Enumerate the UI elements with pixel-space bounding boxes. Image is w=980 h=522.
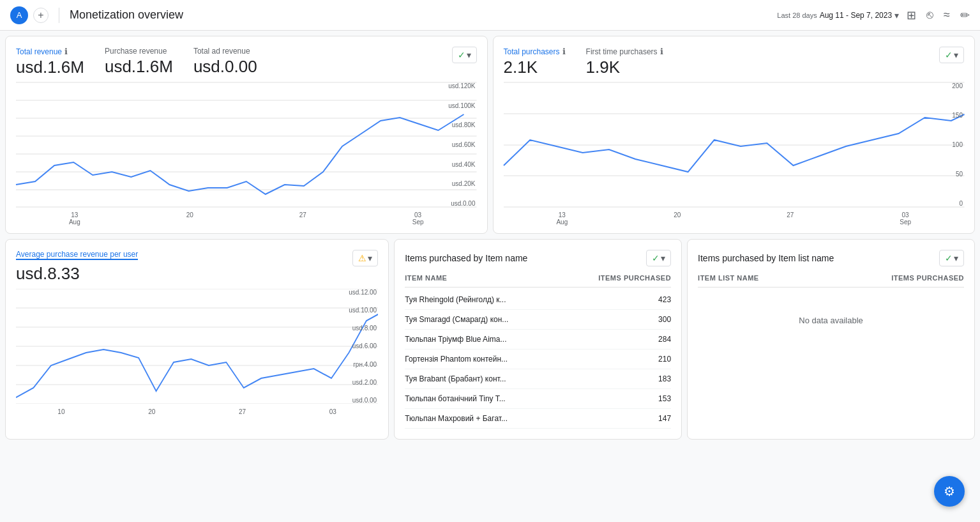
row-item-name: Гортензія Phantom контейн... bbox=[405, 355, 658, 364]
dropdown-icon-4: ▾ bbox=[661, 253, 665, 263]
avg-card-actions: ⚠ ▾ bbox=[352, 250, 378, 266]
row-item-name: Тюльпан Тріумф Blue Aima... bbox=[405, 335, 658, 344]
avatar[interactable]: A bbox=[10, 6, 28, 24]
rev-y-label-0: usd.120K bbox=[448, 82, 475, 89]
table-row: Туя Brabant (Брабант) конт... 183 bbox=[405, 369, 671, 389]
date-prefix: Last 28 days bbox=[777, 12, 817, 19]
purch-y-label-4: 0 bbox=[952, 200, 963, 207]
purch-x-label-3: 03 Sep bbox=[900, 211, 911, 226]
revenue-check-button[interactable]: ✓ ▾ bbox=[452, 47, 477, 63]
date-range[interactable]: Last 28 days Aug 11 - Sep 7, 2023 ▾ bbox=[777, 10, 899, 20]
ad-revenue-metric: Total ad revenue usd.0.00 bbox=[193, 47, 257, 77]
avg-y-label-1: usd.10.00 bbox=[349, 307, 377, 314]
total-purchasers-info-icon[interactable]: ℹ bbox=[562, 47, 566, 56]
avg-y-label-0: usd.12.00 bbox=[349, 289, 377, 296]
avg-chart: usd.12.00 usd.10.00 usd.8.00 usd.6.00 гр… bbox=[16, 289, 378, 415]
avg-x-0: 10 bbox=[57, 408, 64, 415]
check-icon-2: ✓ bbox=[945, 50, 953, 60]
purch-y-label-2: 100 bbox=[952, 141, 963, 148]
check-icon-4: ✓ bbox=[945, 253, 953, 263]
compare-icon[interactable]: ≈ bbox=[944, 8, 950, 22]
purch-y-label-3: 50 bbox=[952, 171, 963, 178]
row-item-value: 153 bbox=[658, 394, 671, 403]
avg-revenue-label: Average purchase revenue per user bbox=[16, 250, 138, 260]
row-item-value: 423 bbox=[658, 295, 671, 304]
purchasers-check-button[interactable]: ✓ ▾ bbox=[939, 47, 964, 63]
rev-y-label-2: usd.80K bbox=[448, 121, 475, 128]
avg-warning-button[interactable]: ⚠ ▾ bbox=[352, 250, 378, 266]
rev-y-label-1: usd.100K bbox=[448, 102, 475, 109]
row-item-value: 210 bbox=[658, 355, 671, 364]
total-revenue-value: usd.1.6M bbox=[16, 58, 84, 77]
avg-revenue-value: usd.8.33 bbox=[16, 264, 138, 284]
top-charts-row: Total revenue ℹ usd.1.6M Purchase revenu… bbox=[5, 36, 975, 234]
list-col-purchased: ITEMS PURCHASED bbox=[891, 274, 964, 282]
edit-icon[interactable]: ✏ bbox=[960, 8, 970, 22]
total-purchasers-label: Total purchasers ℹ bbox=[504, 47, 566, 56]
first-time-metric: First time purchasers ℹ 1.9K bbox=[586, 47, 663, 77]
main-content: Total revenue ℹ usd.1.6M Purchase revenu… bbox=[0, 31, 980, 445]
row-item-name: Туя Brabant (Брабант) конт... bbox=[405, 374, 658, 383]
rev-x-label-3: 03 Sep bbox=[412, 211, 424, 226]
purch-x-label-0: 13 Aug bbox=[556, 211, 568, 226]
first-time-info-icon[interactable]: ℹ bbox=[660, 47, 663, 56]
list-col-headers: ITEM LIST NAME ITEMS PURCHASED bbox=[698, 274, 964, 288]
items-col-name: ITEM NAME bbox=[405, 274, 598, 282]
purchasers-chart: 200 150 100 50 0 13 Aug 20 27 bbox=[504, 82, 965, 223]
row-item-name: Туя Rheingold (Рейнголд) к... bbox=[405, 295, 658, 304]
total-purchasers-value: 2.1K bbox=[504, 58, 566, 77]
rev-y-label-5: usd.20K bbox=[448, 180, 475, 187]
total-revenue-info-icon[interactable]: ℹ bbox=[64, 47, 68, 56]
items-check-button[interactable]: ✓ ▾ bbox=[646, 250, 671, 266]
avg-y-label-3: usd.6.00 bbox=[349, 342, 377, 349]
rev-x-label-0: 13 Aug bbox=[69, 211, 80, 226]
total-revenue-label: Total revenue ℹ bbox=[16, 47, 84, 56]
dropdown-icon-5: ▾ bbox=[954, 253, 958, 263]
avg-y-label-2: usd.8.00 bbox=[349, 325, 377, 332]
purchase-revenue-metric: Purchase revenue usd.1.6M bbox=[105, 47, 173, 77]
dropdown-icon-3: ▾ bbox=[368, 253, 372, 263]
first-time-value: 1.9K bbox=[586, 58, 663, 77]
row-item-name: Туя Smaragd (Смарагд) кон... bbox=[405, 315, 658, 324]
list-table-title: Items purchased by Item list name bbox=[698, 253, 834, 263]
date-value: Aug 11 - Sep 7, 2023 bbox=[820, 11, 892, 20]
row-item-value: 147 bbox=[658, 414, 671, 423]
header-divider bbox=[59, 8, 59, 23]
add-account-button[interactable]: + bbox=[33, 8, 49, 23]
purchase-revenue-label: Purchase revenue bbox=[105, 47, 173, 56]
purchasers-metrics: Total purchasers ℹ 2.1K First time purch… bbox=[504, 47, 965, 77]
page-title: Monetization overview bbox=[70, 8, 777, 22]
table-row: Туя Smaragd (Смарагд) кон... 300 bbox=[405, 310, 671, 330]
dropdown-icon: ▾ bbox=[467, 50, 471, 60]
warning-icon: ⚠ bbox=[358, 253, 366, 263]
rev-y-label-3: usd.60K bbox=[448, 141, 475, 148]
avg-y-label-5: usd.2.00 bbox=[349, 379, 377, 386]
total-revenue-metric: Total revenue ℹ usd.1.6M bbox=[16, 47, 84, 77]
share-icon[interactable]: ⎋ bbox=[926, 8, 933, 22]
total-purchasers-metric: Total purchasers ℹ 2.1K bbox=[504, 47, 566, 77]
row-item-name: Тюльпан ботанічний Tiny T... bbox=[405, 394, 658, 403]
first-time-label: First time purchasers ℹ bbox=[586, 47, 663, 56]
revenue-metrics: Total revenue ℹ usd.1.6M Purchase revenu… bbox=[16, 47, 477, 77]
row-item-value: 284 bbox=[658, 335, 671, 344]
rev-y-label-4: usd.40K bbox=[448, 161, 475, 168]
avg-y-label-4: грн.4.00 bbox=[349, 361, 377, 368]
purch-y-label-1: 150 bbox=[952, 112, 963, 119]
chart-icon[interactable]: ⊞ bbox=[907, 8, 916, 22]
rev-y-label-6: usd.0.00 bbox=[448, 200, 475, 207]
check-icon-3: ✓ bbox=[652, 253, 660, 263]
list-table-header: Items purchased by Item list name ✓ ▾ bbox=[698, 250, 964, 266]
list-check-button[interactable]: ✓ ▾ bbox=[939, 250, 964, 266]
items-col-headers: ITEM NAME ITEMS PURCHASED bbox=[405, 274, 671, 288]
bottom-row: Average purchase revenue per user usd.8.… bbox=[5, 239, 975, 440]
avg-x-1: 20 bbox=[148, 408, 155, 415]
rev-x-label-2: 27 bbox=[299, 211, 306, 226]
revenue-chart: usd.120K usd.100K usd.80K usd.60K usd.40… bbox=[16, 82, 477, 223]
header-right: Last 28 days Aug 11 - Sep 7, 2023 ▾ ⊞ ⎋ … bbox=[777, 8, 970, 22]
purch-x-label-1: 20 bbox=[674, 211, 681, 226]
date-dropdown-icon[interactable]: ▾ bbox=[894, 10, 899, 20]
avg-y-label-6: usd.0.00 bbox=[349, 397, 377, 404]
purch-y-label-0: 200 bbox=[952, 82, 963, 89]
items-table-title: Items purchased by Item name bbox=[405, 253, 527, 263]
items-table-body: Туя Rheingold (Рейнголд) к... 423 Туя Sm… bbox=[405, 290, 671, 429]
